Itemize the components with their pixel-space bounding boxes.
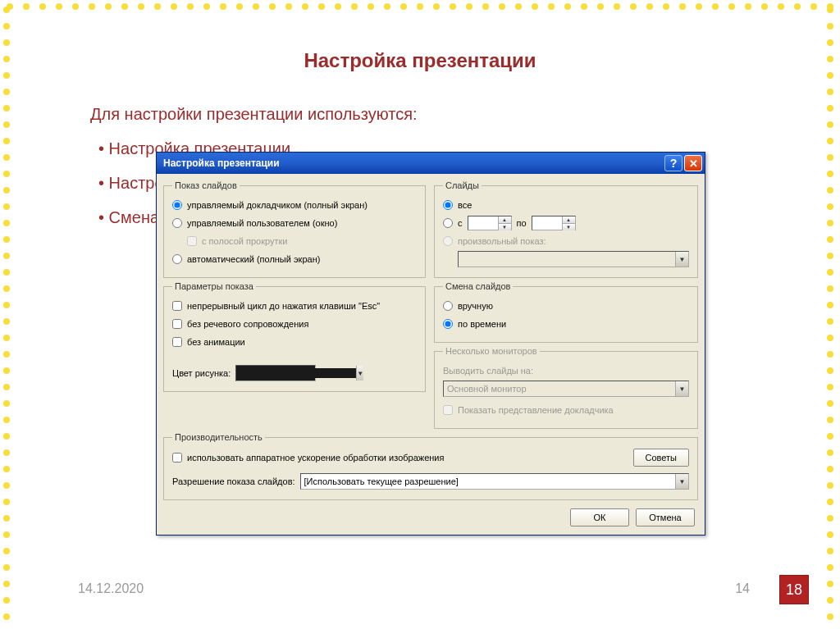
from-spinner[interactable]: ▲▼ bbox=[468, 216, 512, 230]
show-type-group: Показ слайдов управляемый докладчиком (п… bbox=[163, 180, 426, 278]
monitor-combo: ▼ bbox=[443, 381, 689, 397]
radio-label: все bbox=[458, 200, 472, 210]
check-row[interactable]: без анимации bbox=[172, 334, 417, 350]
slide-page-small: 14 bbox=[735, 581, 750, 596]
check-label: с полосой прокрутки bbox=[202, 236, 287, 246]
check-no-animation[interactable] bbox=[172, 337, 182, 347]
to-input[interactable] bbox=[532, 217, 562, 230]
resolution-row: Разрешение показа слайдов: ▼ bbox=[172, 473, 689, 490]
performance-group: Производительность использовать аппаратн… bbox=[163, 432, 698, 500]
presentation-settings-dialog: Настройка презентации ? ✕ Показ слайдов … bbox=[156, 152, 705, 536]
radio-custom-show bbox=[443, 236, 453, 246]
intro-line: Для настройки презентации используются: bbox=[90, 97, 824, 131]
slide-title: Настройка презентации bbox=[16, 49, 824, 72]
radio-label: автоматический (полный экран) bbox=[187, 254, 320, 264]
slide-page-big: 18 bbox=[779, 575, 809, 604]
radio-auto-full[interactable] bbox=[172, 254, 182, 264]
radio-label: с bbox=[458, 218, 463, 228]
radio-label: по времени bbox=[458, 319, 506, 329]
group-legend: Несколько мониторов bbox=[443, 346, 540, 356]
radio-row[interactable]: автоматический (полный экран) bbox=[172, 251, 417, 267]
pen-color-row: Цвет рисунка: ▼ bbox=[172, 365, 417, 381]
radio-label: вручную bbox=[458, 301, 493, 311]
chevron-down-icon[interactable]: ▼ bbox=[675, 474, 688, 489]
group-legend: Показ слайдов bbox=[172, 180, 240, 190]
radio-all-slides[interactable] bbox=[443, 200, 453, 210]
check-row[interactable]: без речевого сопровождения bbox=[172, 316, 417, 332]
radio-row[interactable]: управляемый пользователем (окно) bbox=[172, 215, 417, 231]
to-spinner[interactable]: ▲▼ bbox=[532, 216, 576, 230]
custom-show-combo: ▼ bbox=[458, 251, 689, 267]
radio-row[interactable]: с ▲▼ по ▲▼ bbox=[443, 215, 689, 231]
check-loop-esc[interactable] bbox=[172, 301, 182, 311]
check-row: с полосой прокрутки bbox=[187, 233, 417, 249]
radio-row[interactable]: все bbox=[443, 197, 689, 213]
resolution-label: Разрешение показа слайдов: bbox=[172, 476, 295, 486]
check-row[interactable]: непрерывный цикл до нажатия клавиши "Esc… bbox=[172, 298, 417, 314]
radio-label: произвольный показ: bbox=[458, 236, 546, 246]
check-label: без анимации bbox=[187, 337, 245, 347]
radio-presenter-full[interactable] bbox=[172, 200, 182, 210]
close-button[interactable]: ✕ bbox=[684, 155, 702, 171]
group-legend: Смена слайдов bbox=[443, 281, 513, 291]
pen-color-label: Цвет рисунка: bbox=[172, 368, 231, 378]
monitors-group: Несколько мониторов Выводить слайды на: … bbox=[434, 346, 698, 429]
radio-row: произвольный показ: bbox=[443, 233, 689, 249]
button-bar: ОК Отмена bbox=[163, 504, 698, 528]
radio-row[interactable]: вручную bbox=[443, 298, 689, 314]
chevron-down-icon: ▼ bbox=[675, 252, 688, 267]
radio-user-window[interactable] bbox=[172, 218, 182, 228]
group-legend: Слайды bbox=[443, 180, 482, 190]
custom-combo-row: ▼ bbox=[458, 251, 689, 267]
check-label: использовать аппаратное ускорение обрабо… bbox=[187, 453, 444, 463]
from-input[interactable] bbox=[468, 217, 498, 230]
radio-label: управляемый пользователем (окно) bbox=[187, 218, 337, 228]
titlebar-text: Настройка презентации bbox=[163, 157, 663, 169]
help-button[interactable]: ? bbox=[664, 155, 682, 171]
resolution-combo[interactable]: ▼ bbox=[300, 473, 689, 490]
radio-label: управляемый докладчиком (полный экран) bbox=[187, 200, 368, 210]
check-row: Показать представление докладчика bbox=[443, 402, 689, 418]
check-label: непрерывный цикл до нажатия клавиши "Esc… bbox=[187, 301, 380, 311]
group-legend: Параметры показа bbox=[172, 281, 256, 291]
output-label-row: Выводить слайды на: bbox=[443, 362, 689, 379]
check-presenter-view bbox=[443, 405, 453, 415]
chevron-down-icon: ▼ bbox=[675, 381, 688, 396]
to-label: по bbox=[517, 218, 527, 228]
radio-range[interactable] bbox=[443, 218, 453, 228]
cancel-button[interactable]: Отмена bbox=[636, 508, 695, 526]
tips-button[interactable]: Советы bbox=[633, 449, 689, 467]
radio-timing[interactable] bbox=[443, 319, 453, 329]
chevron-down-icon[interactable]: ▼ bbox=[356, 366, 363, 381]
check-label: Показать представление докладчика bbox=[458, 405, 614, 415]
hwaccel-row: использовать аппаратное ускорение обрабо… bbox=[172, 449, 689, 467]
slide-date: 14.12.2020 bbox=[78, 581, 144, 596]
custom-show-value bbox=[459, 254, 675, 264]
pen-color-value bbox=[236, 368, 356, 378]
output-label: Выводить слайды на: bbox=[443, 366, 533, 376]
radio-manual[interactable] bbox=[443, 301, 453, 311]
monitor-value bbox=[444, 384, 675, 394]
pen-color-combo[interactable]: ▼ bbox=[235, 365, 316, 381]
ok-button[interactable]: ОК bbox=[570, 508, 629, 526]
show-params-group: Параметры показа непрерывный цикл до наж… bbox=[163, 281, 426, 392]
advance-group: Смена слайдов вручную по времени bbox=[434, 281, 698, 343]
radio-row[interactable]: по времени bbox=[443, 316, 689, 332]
check-hw-accel[interactable] bbox=[172, 453, 182, 463]
check-label: без речевого сопровождения bbox=[187, 319, 308, 329]
radio-row[interactable]: управляемый докладчиком (полный экран) bbox=[172, 197, 417, 213]
check-scrollbar bbox=[187, 236, 197, 246]
resolution-value bbox=[301, 476, 675, 486]
titlebar[interactable]: Настройка презентации ? ✕ bbox=[157, 153, 705, 174]
check-no-narration[interactable] bbox=[172, 319, 182, 329]
group-legend: Производительность bbox=[172, 432, 265, 442]
slides-range-group: Слайды все с ▲▼ по ▲▼ bbox=[434, 180, 698, 278]
